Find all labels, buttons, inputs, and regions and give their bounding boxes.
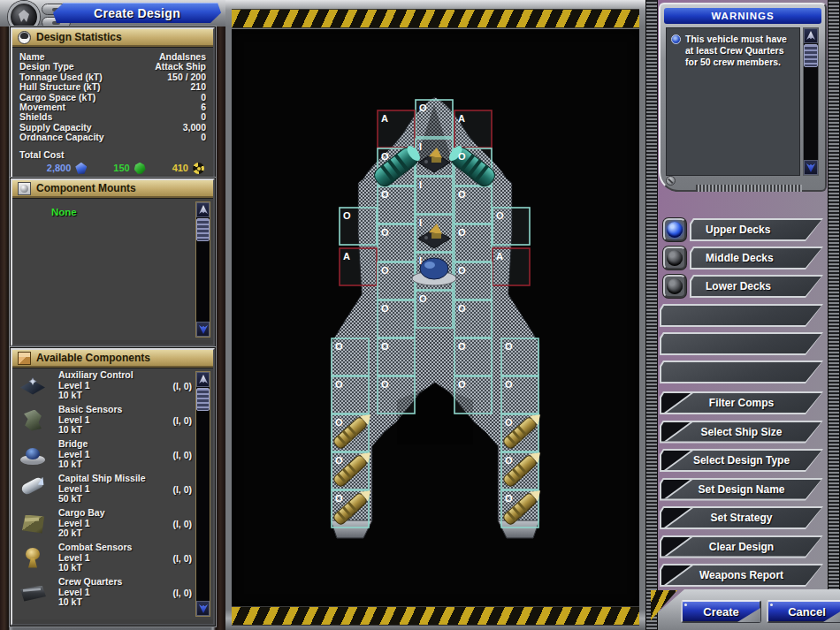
cell-label: O [458, 303, 466, 314]
deck-button-label: Middle Decks [706, 252, 774, 264]
component-name: Cargo Bay [58, 507, 105, 518]
components-scrollbar[interactable] [195, 371, 210, 617]
component-list-item[interactable]: Basic Sensors Level 1 10 kT (I, 0) [12, 403, 213, 437]
stat-label: Ordnance Capacity [19, 133, 104, 142]
cell-label: O [458, 265, 466, 276]
action-button[interactable]: Select Ship Size [660, 421, 823, 444]
design-statistics-header: Design Statistics [12, 29, 213, 47]
component-text: Crew Quarters Level 1 10 kT [50, 577, 172, 608]
hazard-stripe-top [232, 9, 639, 28]
deck-radio[interactable] [663, 247, 686, 269]
deck-radio-ball [667, 222, 683, 238]
cell-label: A [496, 251, 503, 262]
action-button[interactable]: Set Strategy [660, 506, 823, 529]
cancel-button[interactable]: Cancel [767, 600, 840, 623]
scroll-down-icon[interactable] [804, 160, 818, 175]
deck-radio[interactable] [663, 218, 686, 241]
resource-icon [134, 163, 146, 174]
component-text: Auxiliary Control Level 1 10 kT [50, 370, 172, 401]
scroll-up-icon[interactable] [196, 202, 210, 217]
total-cost-row: 2,800 150 410 [19, 163, 206, 174]
warnings-scrollbar[interactable] [803, 27, 819, 176]
scroll-down-icon[interactable] [196, 601, 210, 616]
available-components-title: Available Components [36, 352, 150, 364]
cell-label: O [419, 293, 427, 304]
component-level: Level 1 [58, 518, 90, 528]
resource-icon [193, 163, 204, 174]
action-button[interactable]: Set Design Name [660, 478, 823, 501]
warning-text: This vehicle must have at least Crew Qua… [685, 34, 795, 68]
action-button[interactable]: Clear Design [660, 535, 823, 558]
cell-label: O [419, 102, 427, 113]
cell-label: A [458, 113, 465, 124]
component-range: (I, 0) [172, 415, 192, 426]
deck-button-label: Lower Decks [706, 280, 771, 292]
mounts-scrollbar[interactable] [195, 201, 210, 338]
component-level: Level 1 [58, 483, 90, 494]
component-size: 10 kT [58, 424, 82, 435]
deck-button[interactable]: Upper Decks [690, 218, 823, 241]
action-button[interactable]: Weapons Report [660, 564, 823, 587]
cell-label: O [335, 379, 343, 390]
action-button-label: Filter Comps [709, 397, 774, 409]
component-icon [18, 443, 50, 467]
cell-label: O [458, 189, 466, 200]
design-statistics-title: Design Statistics [36, 31, 122, 43]
cell-label: O [381, 303, 389, 314]
action-button[interactable]: Select Design Type [660, 449, 823, 472]
scrollbar-thumb[interactable] [196, 218, 210, 241]
cell-label: O [505, 417, 513, 428]
cell-label: O [343, 210, 351, 221]
page-title: Create Design [53, 3, 221, 23]
component-list-item[interactable]: Cargo Bay Level 1 20 kT (I, 0) [12, 506, 213, 541]
component-list-item[interactable]: Crew Quarters Level 1 10 kT (I, 0) [12, 575, 213, 610]
component-list: Auxiliary Control Level 1 10 kT (I, 0) B… [12, 368, 213, 610]
ship-design-viewport[interactable]: OAAIOOIOOOOIOOAAIOOOOOOOOOOOOOOOOOOO [232, 29, 639, 606]
ribbed-strip-right [828, 0, 840, 630]
right-sidebar: WARNINGS This vehicle must have at least… [645, 0, 840, 630]
action-button-label: Select Ship Size [700, 426, 782, 438]
deck-button[interactable]: Middle Decks [690, 247, 823, 269]
component-mounts-body[interactable]: None [12, 198, 213, 340]
cell-label: O [505, 455, 513, 466]
component-size: 10 kT [58, 562, 82, 573]
cell-label: I [419, 179, 422, 190]
component-icon [18, 408, 50, 433]
component-icon [18, 546, 50, 571]
stat-row: Ordnance Capacity 0 [19, 133, 206, 142]
component-list-item[interactable]: Auxiliary Control Level 1 10 kT (I, 0) [12, 368, 213, 403]
stat-label: Hull Structure (kT) [19, 82, 101, 92]
scrollbar-thumb[interactable] [196, 388, 210, 411]
component-range: (I, 0) [172, 484, 192, 495]
deck-button[interactable]: Lower Decks [690, 275, 823, 298]
empty-button-slot-2[interactable] [660, 332, 823, 355]
component-level: Level 1 [58, 380, 90, 391]
design-statistics-body: Name Andalsnes Design Type Attack Ship T… [12, 47, 213, 175]
cost-item: 2,800 [32, 163, 87, 174]
action-button[interactable]: Filter Comps [660, 391, 823, 414]
component-list-item[interactable]: Combat Sensors Level 1 10 kT (I, 0) [12, 541, 213, 575]
component-icon [18, 581, 50, 605]
component-list-item[interactable]: Bridge Level 1 10 kT (I, 0) [12, 437, 213, 472]
mounts-empty-text: None [51, 207, 77, 217]
component-name: Auxiliary Control [58, 369, 134, 380]
component-range: (I, 0) [172, 519, 192, 529]
component-size: 10 kT [58, 459, 82, 469]
left-sidebar: Create Design Design Statistics Name And… [0, 0, 225, 630]
empty-button-slot-1[interactable] [660, 304, 823, 327]
scroll-up-icon[interactable] [196, 372, 210, 387]
scroll-up-icon[interactable] [804, 28, 818, 43]
scrollbar-thumb[interactable] [804, 44, 818, 67]
component-icon [18, 512, 50, 536]
create-button[interactable]: Create [681, 600, 761, 623]
component-list-item[interactable]: Capital Ship Missile Level 1 50 kT (I, 0… [12, 472, 213, 506]
scroll-down-icon[interactable] [196, 322, 210, 337]
deck-row: Middle Decks [663, 247, 823, 269]
deck-radio[interactable] [663, 275, 686, 298]
cell-label: O [505, 493, 513, 504]
available-components-panel: Available Components Auxiliary Control L… [11, 348, 215, 626]
cell-label: O [505, 341, 513, 352]
design-viewport-frame: OAAIOOIOOOOIOOAAIOOOOOOOOOOOOOOOOOOO [225, 0, 645, 630]
cell-label: I [419, 217, 422, 228]
empty-button-slot-3[interactable] [660, 361, 823, 383]
